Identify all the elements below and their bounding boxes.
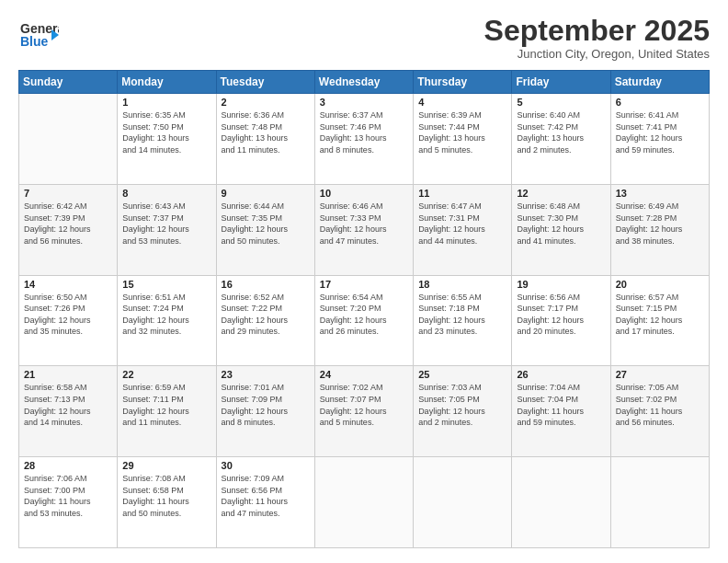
day-info: Sunrise: 7:03 AM Sunset: 7:05 PM Dayligh… [418,382,506,428]
day-info: Sunrise: 7:05 AM Sunset: 7:02 PM Dayligh… [616,382,704,428]
table-row: 21Sunrise: 6:58 AM Sunset: 7:13 PM Dayli… [19,366,118,457]
table-row: 17Sunrise: 6:54 AM Sunset: 7:20 PM Dayli… [314,275,413,366]
day-info: Sunrise: 6:36 AM Sunset: 7:48 PM Dayligh… [222,109,310,155]
header: General Blue September 2025 Junction Cit… [18,15,710,61]
day-info: Sunrise: 6:51 AM Sunset: 7:24 PM Dayligh… [122,292,210,338]
table-row [19,94,118,185]
table-row: 6Sunrise: 6:41 AM Sunset: 7:41 PM Daylig… [610,94,709,185]
table-row: 23Sunrise: 7:01 AM Sunset: 7:09 PM Dayli… [216,366,314,457]
calendar-header-row: Sunday Monday Tuesday Wednesday Thursday… [19,71,710,94]
day-info: Sunrise: 7:02 AM Sunset: 7:07 PM Dayligh… [320,382,408,428]
day-info: Sunrise: 6:37 AM Sunset: 7:46 PM Dayligh… [320,109,408,155]
day-number: 17 [320,279,408,290]
calendar-week-3: 21Sunrise: 6:58 AM Sunset: 7:13 PM Dayli… [19,366,710,457]
day-number: 10 [320,188,408,199]
day-info: Sunrise: 6:41 AM Sunset: 7:41 PM Dayligh… [616,109,704,155]
month-title: September 2025 [484,15,710,47]
header-tuesday: Tuesday [216,71,314,94]
day-number: 13 [616,188,704,199]
table-row: 10Sunrise: 6:46 AM Sunset: 7:33 PM Dayli… [314,184,413,275]
day-number: 4 [418,97,506,108]
day-number: 8 [122,188,210,199]
logo-icon: General Blue [18,15,59,55]
day-info: Sunrise: 7:09 AM Sunset: 6:56 PM Dayligh… [222,473,310,519]
day-number: 23 [222,369,310,380]
table-row: 25Sunrise: 7:03 AM Sunset: 7:05 PM Dayli… [414,366,512,457]
table-row: 11Sunrise: 6:47 AM Sunset: 7:31 PM Dayli… [414,184,512,275]
day-info: Sunrise: 6:44 AM Sunset: 7:35 PM Dayligh… [222,201,310,247]
title-block: September 2025 Junction City, Oregon, Un… [484,15,710,61]
day-info: Sunrise: 7:04 AM Sunset: 7:04 PM Dayligh… [517,382,605,428]
table-row: 14Sunrise: 6:50 AM Sunset: 7:26 PM Dayli… [19,275,118,366]
day-info: Sunrise: 6:48 AM Sunset: 7:30 PM Dayligh… [517,201,605,247]
header-friday: Friday [512,71,610,94]
table-row: 5Sunrise: 6:40 AM Sunset: 7:42 PM Daylig… [512,94,610,185]
day-info: Sunrise: 6:46 AM Sunset: 7:33 PM Dayligh… [320,201,408,247]
day-number: 20 [616,279,704,290]
table-row: 28Sunrise: 7:06 AM Sunset: 7:00 PM Dayli… [19,457,118,548]
table-row: 2Sunrise: 6:36 AM Sunset: 7:48 PM Daylig… [216,94,314,185]
day-number: 25 [418,369,506,380]
day-info: Sunrise: 7:01 AM Sunset: 7:09 PM Dayligh… [222,382,310,428]
logo: General Blue [18,15,59,55]
table-row: 13Sunrise: 6:49 AM Sunset: 7:28 PM Dayli… [610,184,709,275]
day-info: Sunrise: 7:06 AM Sunset: 7:00 PM Dayligh… [24,473,112,519]
day-number: 24 [320,369,408,380]
header-wednesday: Wednesday [314,71,413,94]
day-number: 9 [222,188,310,199]
table-row: 22Sunrise: 6:59 AM Sunset: 7:11 PM Dayli… [118,366,216,457]
day-info: Sunrise: 7:08 AM Sunset: 6:58 PM Dayligh… [122,473,210,519]
table-row: 8Sunrise: 6:43 AM Sunset: 7:37 PM Daylig… [118,184,216,275]
day-number: 2 [222,97,310,108]
day-info: Sunrise: 6:50 AM Sunset: 7:26 PM Dayligh… [24,292,112,338]
day-number: 1 [122,97,210,108]
table-row [512,457,610,548]
day-number: 15 [122,279,210,290]
day-info: Sunrise: 6:42 AM Sunset: 7:39 PM Dayligh… [24,201,112,247]
day-number: 29 [122,460,210,471]
table-row: 20Sunrise: 6:57 AM Sunset: 7:15 PM Dayli… [610,275,709,366]
table-row: 3Sunrise: 6:37 AM Sunset: 7:46 PM Daylig… [314,94,413,185]
table-row: 7Sunrise: 6:42 AM Sunset: 7:39 PM Daylig… [19,184,118,275]
day-number: 5 [517,97,605,108]
day-number: 26 [517,369,605,380]
header-saturday: Saturday [610,71,709,94]
day-info: Sunrise: 6:35 AM Sunset: 7:50 PM Dayligh… [122,109,210,155]
table-row: 27Sunrise: 7:05 AM Sunset: 7:02 PM Dayli… [610,366,709,457]
calendar-week-1: 7Sunrise: 6:42 AM Sunset: 7:39 PM Daylig… [19,184,710,275]
table-row: 1Sunrise: 6:35 AM Sunset: 7:50 PM Daylig… [118,94,216,185]
calendar-week-0: 1Sunrise: 6:35 AM Sunset: 7:50 PM Daylig… [19,94,710,185]
day-info: Sunrise: 6:58 AM Sunset: 7:13 PM Dayligh… [24,382,112,428]
day-info: Sunrise: 6:43 AM Sunset: 7:37 PM Dayligh… [122,201,210,247]
table-row [610,457,709,548]
day-info: Sunrise: 6:49 AM Sunset: 7:28 PM Dayligh… [616,201,704,247]
table-row: 16Sunrise: 6:52 AM Sunset: 7:22 PM Dayli… [216,275,314,366]
day-number: 3 [320,97,408,108]
calendar-table: Sunday Monday Tuesday Wednesday Thursday… [18,70,710,548]
day-info: Sunrise: 6:57 AM Sunset: 7:15 PM Dayligh… [616,292,704,338]
day-number: 14 [24,279,112,290]
day-info: Sunrise: 6:47 AM Sunset: 7:31 PM Dayligh… [418,201,506,247]
table-row [314,457,413,548]
header-thursday: Thursday [414,71,512,94]
day-info: Sunrise: 6:59 AM Sunset: 7:11 PM Dayligh… [122,382,210,428]
table-row: 15Sunrise: 6:51 AM Sunset: 7:24 PM Dayli… [118,275,216,366]
calendar-week-4: 28Sunrise: 7:06 AM Sunset: 7:00 PM Dayli… [19,457,710,548]
table-row: 9Sunrise: 6:44 AM Sunset: 7:35 PM Daylig… [216,184,314,275]
day-number: 6 [616,97,704,108]
calendar-week-2: 14Sunrise: 6:50 AM Sunset: 7:26 PM Dayli… [19,275,710,366]
day-info: Sunrise: 6:39 AM Sunset: 7:44 PM Dayligh… [418,109,506,155]
day-number: 19 [517,279,605,290]
day-number: 12 [517,188,605,199]
day-number: 7 [24,188,112,199]
table-row: 19Sunrise: 6:56 AM Sunset: 7:17 PM Dayli… [512,275,610,366]
table-row: 26Sunrise: 7:04 AM Sunset: 7:04 PM Dayli… [512,366,610,457]
table-row: 30Sunrise: 7:09 AM Sunset: 6:56 PM Dayli… [216,457,314,548]
day-number: 28 [24,460,112,471]
table-row: 4Sunrise: 6:39 AM Sunset: 7:44 PM Daylig… [414,94,512,185]
day-number: 11 [418,188,506,199]
day-number: 27 [616,369,704,380]
day-info: Sunrise: 6:56 AM Sunset: 7:17 PM Dayligh… [517,292,605,338]
header-monday: Monday [118,71,216,94]
table-row: 29Sunrise: 7:08 AM Sunset: 6:58 PM Dayli… [118,457,216,548]
